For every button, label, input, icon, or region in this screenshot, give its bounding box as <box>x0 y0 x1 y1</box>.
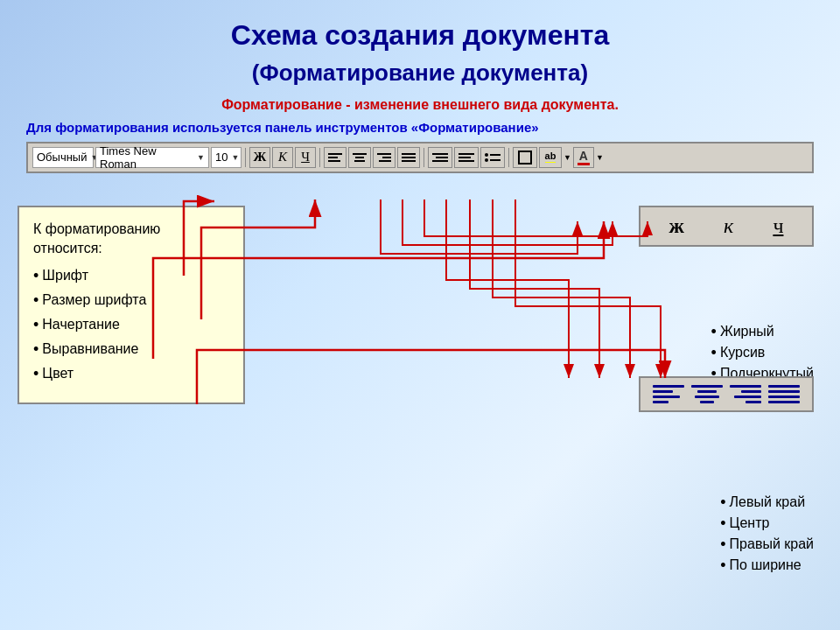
size-value: 10 <box>215 150 228 164</box>
font-arrow: ▼ <box>197 153 205 162</box>
bullet-italic: • <box>711 345 717 360</box>
bold-item: • Жирный <box>711 324 814 340</box>
bullet-right: • <box>720 536 725 552</box>
bold-display: ж <box>669 214 684 238</box>
align-justify-button[interactable] <box>397 147 420 168</box>
font-color-button[interactable]: A <box>573 147 594 168</box>
align-left-display <box>653 385 684 403</box>
underline-button[interactable]: Ч <box>295 147 316 168</box>
toolbar-description: Для форматирования используется панель и… <box>26 120 814 135</box>
size-dropdown[interactable]: 10 ▼ <box>211 147 242 168</box>
align-left-icon <box>328 153 342 162</box>
underline-display: ч <box>773 214 783 238</box>
style-dropdown[interactable]: Обычный ▼ <box>32 147 94 168</box>
highlight-button[interactable]: ab <box>539 147 562 168</box>
list-item-size: • Размер шрифта <box>33 292 229 308</box>
indent-right-icon <box>458 153 474 162</box>
bold-item-label: Жирный <box>720 324 774 340</box>
border-icon <box>518 150 532 164</box>
border-button[interactable] <box>513 147 537 168</box>
bullet-justify: • <box>720 557 725 573</box>
list-item-align: • Выравнивание <box>33 341 229 357</box>
bullet-color: • <box>33 366 38 382</box>
size-arrow: ▼ <box>231 153 239 162</box>
separator-3 <box>424 148 424 167</box>
bullet-style: • <box>33 317 38 332</box>
align-justify-display <box>768 385 800 403</box>
align-label: Выравнивание <box>42 341 138 357</box>
bullet-left: • <box>720 494 725 510</box>
list-item-style: • Начертание <box>33 317 229 332</box>
list-button[interactable] <box>480 147 505 168</box>
center-label: Центр <box>730 515 770 531</box>
italic-button[interactable]: К <box>272 147 293 168</box>
align-right-button[interactable] <box>373 147 396 168</box>
bold-button[interactable]: Ж <box>249 147 270 168</box>
align-panel <box>639 376 814 412</box>
highlight-icon: ab <box>544 150 556 164</box>
definition-text: Форматирование - изменение внешнего вида… <box>26 97 814 113</box>
separator-1 <box>245 148 246 167</box>
left-edge-label: Левый край <box>730 494 806 510</box>
left-edge-item: • Левый край <box>720 494 814 510</box>
biu-display: ж к ч <box>649 214 803 238</box>
left-panel-title: К форматированию относится: <box>33 220 229 259</box>
separator-2 <box>319 148 320 167</box>
italic-item: • Курсив <box>711 345 814 360</box>
align-center-button[interactable] <box>348 147 371 168</box>
main-title: Схема создания документа (Форматирование… <box>26 18 814 87</box>
list-item-color: • Цвет <box>33 366 229 382</box>
align-justify-icon <box>402 153 416 162</box>
bullet-center: • <box>720 515 725 531</box>
bullet-size: • <box>33 292 38 308</box>
biu-panel: ж к ч <box>639 206 814 247</box>
formatting-toolbar: Обычный ▼ Times New Roman ▼ 10 ▼ Ж К Ч <box>26 142 814 173</box>
left-panel: К форматированию относится: • Шрифт • Ра… <box>18 206 245 404</box>
separator-4 <box>508 148 509 167</box>
color-label: Цвет <box>42 366 74 382</box>
align-right-display <box>730 385 761 403</box>
justify-item: • По ширине <box>720 557 814 573</box>
align-items: • Левый край • Центр • Правый край • По … <box>720 494 814 578</box>
highlight-arrow[interactable]: ▼ <box>564 153 571 162</box>
justify-label: По ширине <box>730 557 802 573</box>
align-center-display <box>691 385 723 403</box>
size-label: Размер шрифта <box>42 292 146 308</box>
align-left-button[interactable] <box>324 147 346 168</box>
italic-item-label: Курсив <box>720 345 765 360</box>
font-color-arrow[interactable]: ▼ <box>596 153 604 162</box>
font-value: Times New Roman <box>100 144 193 171</box>
italic-display: к <box>724 214 733 238</box>
right-edge-item: • Правый край <box>720 536 814 552</box>
align-center-icon <box>353 153 367 162</box>
style-label: Начертание <box>42 317 120 332</box>
align-display <box>649 385 803 403</box>
indent-left-icon <box>432 153 448 162</box>
align-right-icon <box>377 153 391 162</box>
center-item: • Центр <box>720 515 814 531</box>
bullet-font: • <box>33 268 38 284</box>
font-color-icon: A <box>578 149 590 165</box>
style-value: Обычный <box>37 150 87 164</box>
list-item-font: • Шрифт <box>33 268 229 284</box>
indent-left-button[interactable] <box>428 147 452 168</box>
right-edge-label: Правый край <box>730 536 814 552</box>
font-label: Шрифт <box>42 268 88 284</box>
list-icon <box>485 153 500 162</box>
bullet-align: • <box>33 341 38 357</box>
bullet-bold: • <box>711 324 717 340</box>
page-container: Схема создания документа (Форматирование… <box>0 0 840 630</box>
font-dropdown[interactable]: Times New Roman ▼ <box>95 147 209 168</box>
indent-right-button[interactable] <box>454 147 479 168</box>
